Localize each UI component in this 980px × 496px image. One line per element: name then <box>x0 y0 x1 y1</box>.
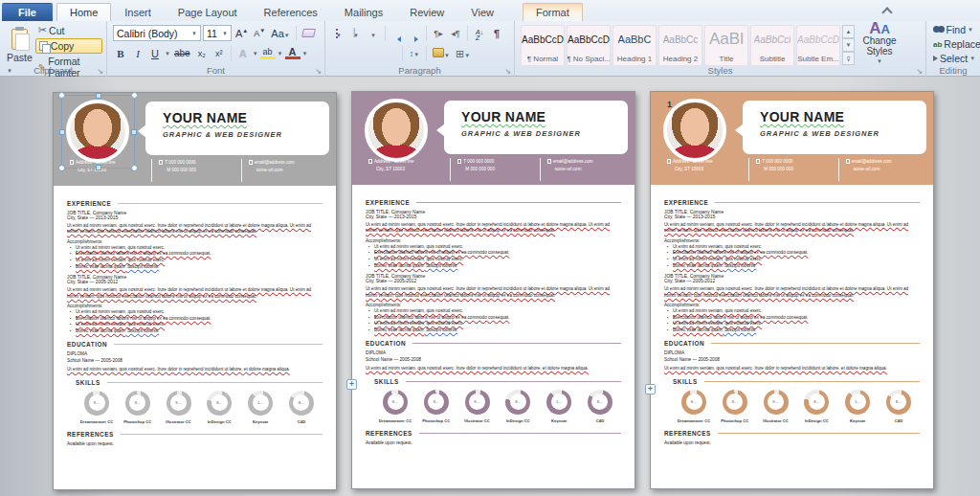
page-3[interactable]: YOUR NAME GRAPHIC & WEB DESIGNER Address… <box>650 91 934 489</box>
font-group: Calibri (Body)▼ 11▼ A▲ A▼ Aa▼ B I U▼ abe… <box>107 21 325 77</box>
document-area: YOUR NAME GRAPHIC & WEB DESIGNER Address… <box>0 77 980 496</box>
name-bubble[interactable]: YOUR NAME GRAPHIC & WEB DESIGNER <box>444 101 628 154</box>
selection-handle[interactable] <box>96 165 101 170</box>
style-chip-heading-1[interactable]: AaBbCHeading 1 <box>612 25 657 66</box>
style-chip--no-spaci-[interactable]: AaBbCcDc¶ No Spaci... <box>567 25 611 66</box>
font-size-combo[interactable]: 11▼ <box>203 25 232 41</box>
highlight-color-button[interactable]: ab <box>260 48 276 59</box>
profile-photo[interactable] <box>663 99 726 162</box>
change-styles-label: Change Styles <box>855 35 904 56</box>
subscript-button[interactable]: x₂ <box>194 49 210 58</box>
object-move-handle[interactable]: + <box>346 379 357 390</box>
line-spacing-button[interactable]: ↕▼ <box>407 49 422 58</box>
phone-line2: M 000 000 000 <box>159 167 240 174</box>
replace-button[interactable]: abReplace <box>930 37 976 51</box>
shrink-font-button[interactable]: A▼ <box>252 28 267 38</box>
ribbon-tab-view[interactable]: View <box>457 3 507 21</box>
italic-button[interactable]: I <box>130 48 145 59</box>
chevron-down-icon[interactable]: ▼ <box>302 51 308 56</box>
bold-button[interactable]: B <box>113 48 128 59</box>
section-title: EDUCATION <box>664 340 704 347</box>
profile-photo[interactable] <box>365 99 428 162</box>
chevron-down-icon[interactable]: ▼ <box>278 51 283 56</box>
grow-font-button[interactable]: A▲ <box>234 28 250 39</box>
skill-ring: 1… <box>248 391 273 416</box>
page-1[interactable]: YOUR NAME GRAPHIC & WEB DESIGNER Address… <box>53 92 337 490</box>
ltr-direction-button[interactable]: ¶▸ <box>431 29 446 38</box>
clipboard-dialog-launcher-icon[interactable]: ↘ <box>97 68 103 76</box>
skill-ring: 8… <box>505 390 530 415</box>
cut-button[interactable]: ✂Cut <box>35 23 102 37</box>
ribbon-tab-mailings[interactable]: Mailings <box>331 3 396 21</box>
ribbon-tab-review[interactable]: Review <box>396 3 457 21</box>
multilevel-list-button[interactable]: ▼ <box>366 28 381 39</box>
contact-email: email@address.com some-url.com <box>540 158 629 181</box>
job-location: City, State — 2013-2015 <box>664 214 920 219</box>
font-dialog-launcher-icon[interactable]: ↘ <box>315 68 322 76</box>
style-chip-subtle-em-[interactable]: AaBbCcDiSubtle Em... <box>796 25 840 66</box>
bullets-button[interactable]: ▼ <box>331 28 346 39</box>
minimize-ribbon-icon[interactable] <box>880 5 894 16</box>
text-effects-button[interactable]: A <box>235 48 251 59</box>
page-2[interactable]: YOUR NAME GRAPHIC & WEB DESIGNER Address… <box>351 91 635 489</box>
numbering-button[interactable]: ▼ <box>348 28 364 39</box>
object-move-handle[interactable]: + <box>645 384 656 395</box>
name-bubble[interactable]: YOUR NAME GRAPHIC & WEB DESIGNER <box>743 101 926 154</box>
ribbon-tab-page-layout[interactable]: Page Layout <box>165 3 251 21</box>
show-hide-marks-button[interactable]: ¶ <box>489 28 504 39</box>
ribbon-tab-home[interactable]: Home <box>56 3 111 21</box>
contact-address: Address - Street line City, ST 10003 <box>660 158 748 181</box>
styles-dialog-launcher-icon[interactable]: ↘ <box>916 68 923 76</box>
superscript-button[interactable]: x² <box>212 49 227 58</box>
experience-section-heading: EXPERIENCE <box>366 199 621 206</box>
skill-ring: 1… <box>845 390 870 415</box>
selection-handle[interactable] <box>58 165 65 171</box>
gallery-scroll-down-icon[interactable]: ▼ <box>842 38 855 52</box>
skill-item: 9…Photoshop CC <box>119 391 157 424</box>
bullet-item: Ut enim ad minim veniam, quis nostrud ex… <box>368 308 621 315</box>
bullet-item: Exercitation ullamco laboris nisi ut ali… <box>70 251 323 258</box>
change-styles-button[interactable]: AA Change Styles▼ <box>855 23 904 67</box>
clear-formatting-button[interactable] <box>301 28 317 39</box>
contact-bar: Address - Street line City, ST 10003 T 0… <box>362 158 629 181</box>
selection-handle[interactable] <box>131 92 138 99</box>
resume-role: GRAPHIC & WEB DESIGNER <box>760 129 926 138</box>
font-name-combo[interactable]: Calibri (Body)▼ <box>113 25 201 41</box>
ribbon-tab-insert[interactable]: Insert <box>111 3 165 21</box>
select-button[interactable]: Select ▼ <box>930 52 976 65</box>
sort-button[interactable]: AZ↓ <box>472 25 487 41</box>
skill-ring: 9… <box>681 390 706 415</box>
skill-ring: 9… <box>167 391 191 416</box>
ribbon-tab-file[interactable]: File <box>2 3 53 21</box>
section-title: EDUCATION <box>366 340 406 347</box>
references-text: Available upon request. <box>664 440 920 445</box>
style-chip-subtitle[interactable]: AaBbCclSubtitle <box>750 25 794 66</box>
change-case-button[interactable]: Aa▼ <box>269 28 291 39</box>
underline-button[interactable]: U <box>147 48 163 59</box>
shading-button[interactable]: ▼ <box>431 48 452 59</box>
paragraph-dialog-launcher-icon[interactable]: ↘ <box>504 68 511 76</box>
ribbon-tab-references[interactable]: References <box>251 3 331 21</box>
selection-handle[interactable] <box>58 92 65 99</box>
style-chip--normal[interactable]: AaBbCcDc¶ Normal <box>521 25 565 66</box>
chevron-down-icon[interactable]: ▼ <box>165 51 170 56</box>
font-color-button[interactable]: A <box>285 47 301 59</box>
selection-handle[interactable] <box>131 165 138 171</box>
find-button[interactable]: Find ▼ <box>930 23 976 36</box>
rtl-direction-button[interactable]: ◂¶ <box>448 29 463 38</box>
ribbon-tab-format[interactable]: Format <box>523 3 583 21</box>
style-chip-title[interactable]: AaBlTitle <box>704 25 748 66</box>
profile-photo[interactable] <box>66 100 129 163</box>
gallery-scroll-up-icon[interactable]: ▲ <box>842 25 855 38</box>
name-bubble[interactable]: YOUR NAME GRAPHIC & WEB DESIGNER <box>145 101 329 155</box>
section-title: REFERENCES <box>366 430 412 437</box>
selection-handle[interactable] <box>59 129 65 135</box>
copy-button[interactable]: Copy <box>35 38 102 54</box>
style-chip-heading-2[interactable]: AaBbCcHeading 2 <box>658 25 702 66</box>
chevron-down-icon[interactable]: ▼ <box>253 51 258 56</box>
strikethrough-button[interactable]: abe <box>172 48 192 58</box>
borders-button[interactable]: ⊞▼ <box>454 48 472 59</box>
selection-handle[interactable] <box>131 129 137 135</box>
gallery-more-icon[interactable]: ⊽ <box>842 52 855 65</box>
selection-handle[interactable] <box>96 93 101 99</box>
